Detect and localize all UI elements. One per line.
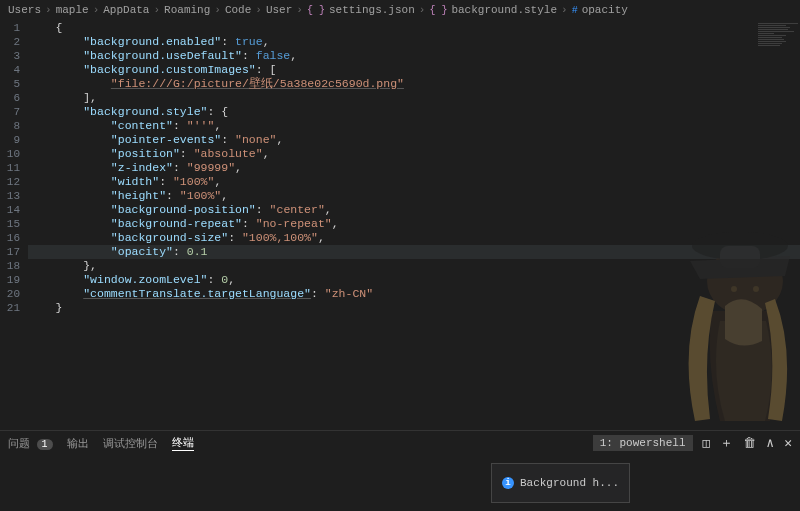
notification-toast[interactable]: i Background h...	[491, 463, 630, 503]
code-line[interactable]: "file:///G:/picture/壁纸/5a38e02c5690d.png…	[28, 77, 800, 91]
maximize-panel-icon[interactable]: ∧	[766, 435, 774, 451]
crumb-sep: ›	[561, 4, 568, 16]
json-object-icon: { }	[429, 5, 447, 16]
tab-terminal[interactable]: 终端	[172, 435, 194, 451]
code-line[interactable]: "background-position": "center",	[28, 203, 800, 217]
code-line[interactable]: "background-repeat": "no-repeat",	[28, 217, 800, 231]
code-line[interactable]: "position": "absolute",	[28, 147, 800, 161]
code-line[interactable]: "opacity": 0.1	[28, 245, 800, 259]
split-terminal-icon[interactable]: ◫	[703, 435, 711, 451]
code-line[interactable]: "z-index": "99999",	[28, 161, 800, 175]
minimap[interactable]	[758, 22, 798, 52]
crumb-user[interactable]: User	[266, 4, 292, 16]
terminal-panel-header: 问题 1 输出 调试控制台 终端 1: powershell ◫ ＋ 🗑 ∧ ✕	[0, 430, 800, 455]
tab-output[interactable]: 输出	[67, 436, 89, 451]
code-line[interactable]: "background.style": {	[28, 105, 800, 119]
tab-problems[interactable]: 问题 1	[8, 436, 53, 451]
code-line[interactable]: "commentTranslate.targetLanguage": "zh-C…	[28, 287, 800, 301]
new-terminal-icon[interactable]: ＋	[720, 434, 733, 452]
crumb-sep: ›	[419, 4, 426, 16]
kill-terminal-icon[interactable]: 🗑	[743, 436, 756, 451]
terminal-body[interactable]	[0, 455, 800, 511]
code-line[interactable]: "background.customImages": [	[28, 63, 800, 77]
problems-badge: 1	[37, 439, 53, 450]
crumb-appdata[interactable]: AppData	[103, 4, 149, 16]
crumb-symbol1[interactable]: background.style	[451, 4, 557, 16]
close-panel-icon[interactable]: ✕	[784, 435, 792, 451]
crumb-sep: ›	[255, 4, 262, 16]
editor[interactable]: 123456789101112131415161718192021 { "bac…	[0, 20, 800, 430]
crumb-sep: ›	[45, 4, 52, 16]
breadcrumb[interactable]: Users› maple› AppData› Roaming› Code› Us…	[0, 0, 800, 20]
code-line[interactable]: "height": "100%",	[28, 189, 800, 203]
crumb-roaming[interactable]: Roaming	[164, 4, 210, 16]
code-line[interactable]: }	[28, 301, 800, 315]
crumb-sep: ›	[153, 4, 160, 16]
code-line[interactable]: "pointer-events": "none",	[28, 133, 800, 147]
code-area[interactable]: { "background.enabled": true, "backgroun…	[28, 20, 800, 430]
json-file-icon: { }	[307, 5, 325, 16]
code-line[interactable]: "window.zoomLevel": 0,	[28, 273, 800, 287]
code-line[interactable]: "width": "100%",	[28, 175, 800, 189]
code-line[interactable]: "background-size": "100%,100%",	[28, 231, 800, 245]
terminal-select[interactable]: 1: powershell	[593, 435, 693, 451]
code-line[interactable]: "background.enabled": true,	[28, 35, 800, 49]
tab-debug[interactable]: 调试控制台	[103, 436, 158, 451]
code-line[interactable]: ],	[28, 91, 800, 105]
crumb-maple[interactable]: maple	[56, 4, 89, 16]
toast-text: Background h...	[520, 477, 619, 489]
code-line[interactable]: {	[28, 21, 800, 35]
crumb-file[interactable]: settings.json	[329, 4, 415, 16]
crumb-code[interactable]: Code	[225, 4, 251, 16]
crumb-sep: ›	[93, 4, 100, 16]
crumb-sep: ›	[214, 4, 221, 16]
hash-icon: #	[572, 5, 578, 16]
code-line[interactable]: "content": "''",	[28, 119, 800, 133]
line-gutter: 123456789101112131415161718192021	[0, 20, 28, 430]
code-line[interactable]: "background.useDefault": false,	[28, 49, 800, 63]
crumb-symbol2[interactable]: opacity	[582, 4, 628, 16]
tab-problems-label: 问题	[8, 438, 30, 450]
crumb-sep: ›	[296, 4, 303, 16]
code-line[interactable]: },	[28, 259, 800, 273]
info-icon: i	[502, 477, 514, 489]
crumb-users[interactable]: Users	[8, 4, 41, 16]
